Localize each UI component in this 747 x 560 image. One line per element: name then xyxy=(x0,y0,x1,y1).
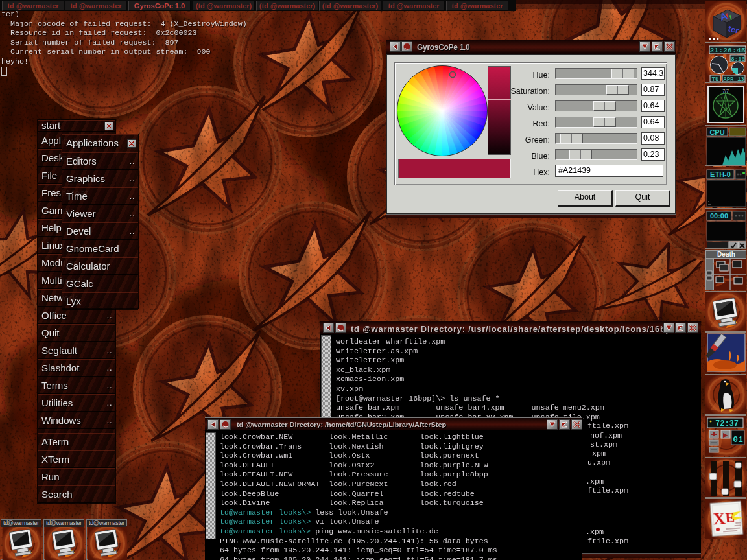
svg-text:E: E xyxy=(725,509,735,526)
svg-text:72:37: 72:37 xyxy=(715,419,739,428)
svg-text:00:00: 00:00 xyxy=(710,212,728,220)
svg-text:CPU: CPU xyxy=(709,128,724,136)
svg-text:ETH-0: ETH-0 xyxy=(710,170,731,178)
svg-text:01: 01 xyxy=(733,435,743,445)
svg-text:APR 13: APR 13 xyxy=(723,76,744,83)
svg-text:TU: TU xyxy=(712,76,719,83)
svg-text:X: X xyxy=(713,509,726,528)
svg-text:21:26:45: 21:26:45 xyxy=(709,46,745,54)
svg-text:Death: Death xyxy=(717,251,735,258)
